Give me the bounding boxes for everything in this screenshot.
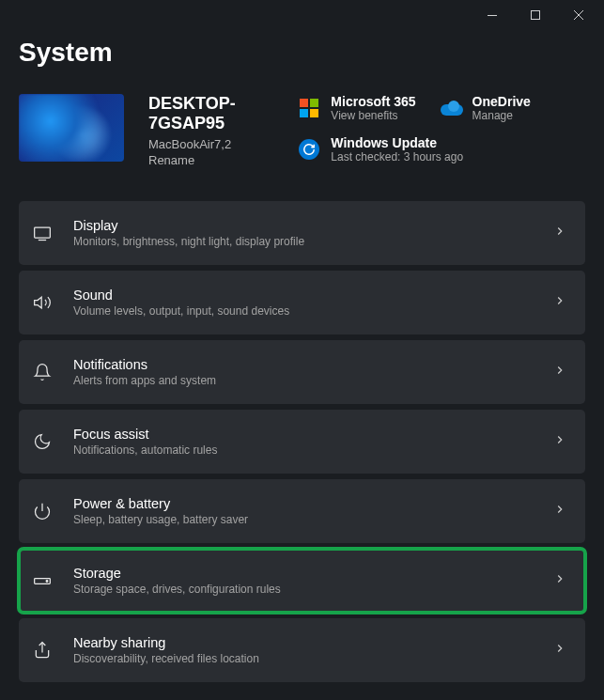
microsoft-logo-icon [299, 98, 319, 118]
setting-title: Notifications [73, 357, 533, 372]
close-button[interactable] [557, 1, 600, 29]
tile-title: Microsoft 365 [331, 94, 415, 109]
svg-rect-2 [35, 227, 51, 238]
svg-point-7 [46, 581, 48, 583]
wallpaper-swirl [19, 94, 124, 162]
tile-sub: Last checked: 3 hours ago [331, 150, 463, 163]
chevron-right-icon [553, 225, 566, 241]
tile-microsoft365[interactable]: Microsoft 365 View benefits [299, 94, 415, 122]
sync-icon [299, 139, 319, 160]
device-model: MacBookAir7,2 [148, 137, 259, 151]
setting-sub: Monitors, brightness, night light, displ… [73, 235, 533, 248]
tile-title: OneDrive [472, 94, 531, 109]
setting-power-battery[interactable]: Power & battery Sleep, battery usage, ba… [19, 479, 585, 543]
setting-notifications[interactable]: Notifications Alerts from apps and syste… [19, 340, 585, 404]
cloud-icon [441, 98, 461, 118]
device-info-row: DESKTOP-7GSAP95 MacBookAir7,2 Rename Mic… [19, 94, 585, 167]
chevron-right-icon [553, 364, 566, 381]
setting-title: Power & battery [73, 496, 533, 511]
moon-icon [32, 431, 53, 452]
quick-tiles: Microsoft 365 View benefits OneDrive Man… [299, 94, 585, 163]
device-meta: DESKTOP-7GSAP95 MacBookAir7,2 Rename [148, 94, 259, 167]
setting-focus-assist[interactable]: Focus assist Notifications, automatic ru… [19, 410, 585, 474]
chevron-right-icon [553, 642, 566, 659]
tile-title: Windows Update [331, 135, 463, 150]
setting-sub: Storage space, drives, configuration rul… [73, 583, 533, 596]
setting-sub: Sleep, battery usage, battery saver [73, 513, 533, 526]
display-icon [32, 223, 53, 243]
tile-windows-update[interactable]: Windows Update Last checked: 3 hours ago [299, 135, 585, 163]
setting-title: Sound [73, 288, 533, 303]
setting-title: Focus assist [73, 427, 533, 442]
share-icon [32, 640, 53, 661]
tile-sub: Manage [472, 109, 531, 122]
drive-icon [32, 570, 53, 591]
setting-storage[interactable]: Storage Storage space, drives, configura… [19, 549, 585, 613]
setting-title: Display [73, 218, 533, 233]
device-name: DESKTOP-7GSAP95 [148, 94, 259, 133]
rename-link[interactable]: Rename [148, 153, 259, 167]
setting-nearby-sharing[interactable]: Nearby sharing Discoverability, received… [19, 618, 585, 682]
maximize-button[interactable] [514, 1, 557, 29]
setting-sub: Notifications, automatic rules [73, 443, 533, 457]
bell-icon [32, 362, 53, 382]
chevron-right-icon [553, 433, 566, 450]
page-title: System [19, 38, 585, 68]
setting-title: Storage [73, 566, 533, 581]
svg-rect-0 [488, 15, 497, 16]
speaker-icon [32, 292, 53, 313]
setting-display[interactable]: Display Monitors, brightness, night ligh… [19, 201, 585, 265]
minimize-button[interactable] [471, 1, 514, 29]
tile-sub: View benefits [331, 109, 415, 122]
setting-sub: Discoverability, received files location [73, 652, 533, 665]
titlebar [0, 0, 604, 30]
chevron-right-icon [553, 503, 566, 520]
svg-rect-1 [532, 11, 540, 20]
setting-title: Nearby sharing [73, 635, 533, 650]
power-icon [32, 501, 53, 521]
tile-onedrive[interactable]: OneDrive Manage [441, 94, 531, 122]
setting-sub: Volume levels, output, input, sound devi… [73, 304, 533, 318]
chevron-right-icon [553, 294, 566, 311]
setting-sub: Alerts from apps and system [73, 374, 533, 387]
device-thumbnail[interactable] [19, 94, 124, 162]
setting-sound[interactable]: Sound Volume levels, output, input, soun… [19, 271, 585, 334]
svg-marker-4 [35, 297, 42, 308]
chevron-right-icon [553, 572, 566, 589]
settings-list: Display Monitors, brightness, night ligh… [19, 201, 585, 682]
